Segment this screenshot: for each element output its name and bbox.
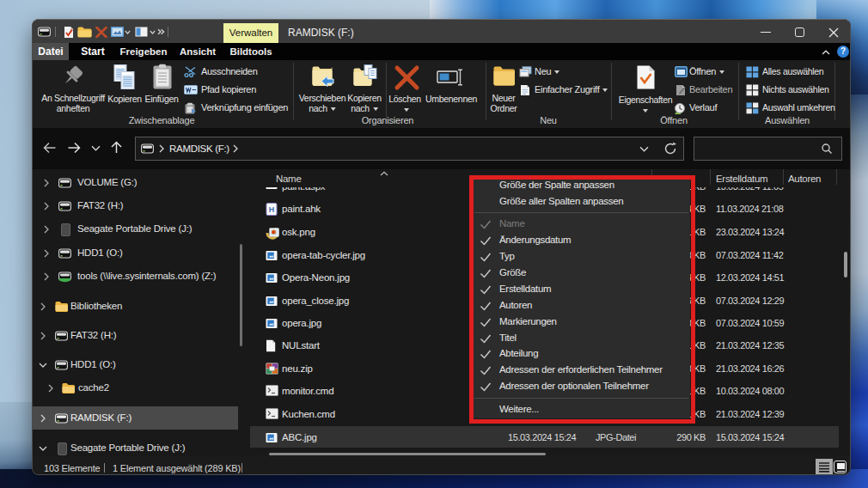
svg-text:H: H — [269, 205, 275, 214]
